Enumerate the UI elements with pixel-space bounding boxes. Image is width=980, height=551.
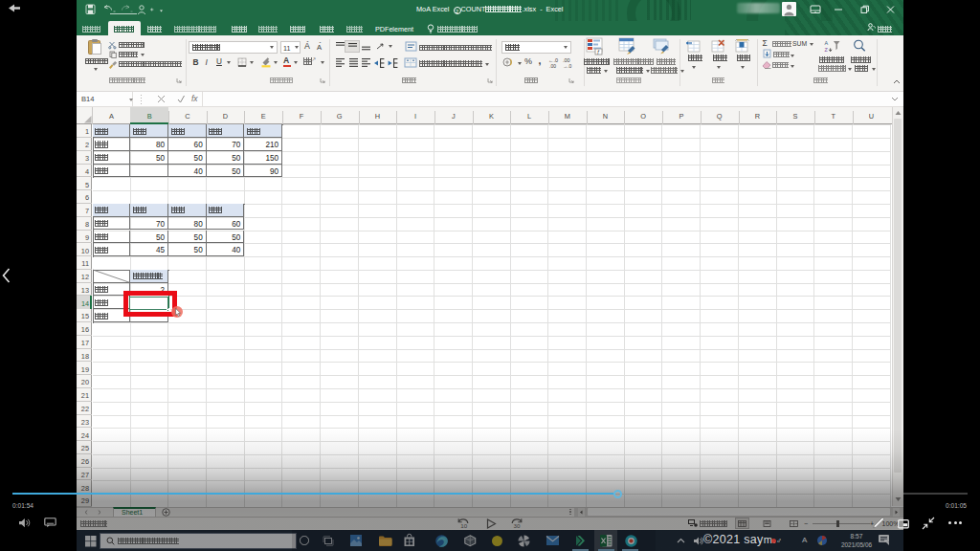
svg-text:10: 10 xyxy=(460,522,467,529)
svg-text:30: 30 xyxy=(514,522,521,529)
